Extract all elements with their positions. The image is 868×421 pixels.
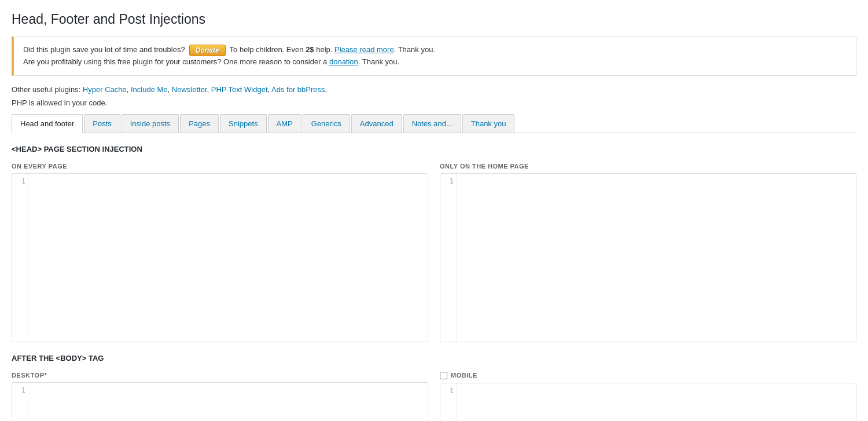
donation-link[interactable]: donation [329,57,358,66]
desktop-col: DESKTOP* 1 [12,372,428,421]
mobile-checkbox[interactable] [440,372,447,379]
php-note: PHP is allowed in your code. [12,98,856,107]
plugin-php-text-widget[interactable]: PHP Text Widget [211,85,268,94]
notice-text4: . Thank you. [394,45,435,54]
home-page-line-numbers: 1 [440,174,457,342]
notice-box: Did this plugin save you lot of time and… [12,36,856,76]
read-more-link[interactable]: Please read more [334,45,394,54]
every-page-col: ON EVERY PAGE 1 [12,163,428,342]
line-num-desktop: 1 [21,386,25,394]
every-page-textarea-wrapper: 1 [12,173,428,342]
tab-content: <HEAD> PAGE SECTION INJECTION ON EVERY P… [12,133,856,421]
head-section-columns: ON EVERY PAGE 1 ONLY ON THE HOME PAGE 1 [12,163,856,342]
plugin-newsletter[interactable]: Newsletter [172,85,207,94]
plugin-hyper-cache[interactable]: Hyper Cache [83,85,127,94]
home-page-textarea-wrapper: 1 [440,173,856,342]
after-body-title: AFTER THE <BODY> TAG [12,354,856,363]
home-page-label: ONLY ON THE HOME PAGE [440,163,856,170]
donate-button[interactable]: Donate [189,45,226,56]
mobile-col: MOBILE 1 [440,372,856,421]
mobile-label: MOBILE [451,372,477,379]
plugin-include-me[interactable]: Include Me [131,85,168,94]
tab-inside-posts[interactable]: Inside posts [122,114,179,133]
tab-posts[interactable]: Posts [84,114,120,133]
mobile-line-numbers: 1 [440,383,457,421]
tab-notes[interactable]: Notes and... [403,114,461,133]
tab-pages[interactable]: Pages [180,114,219,133]
notice-text6: . Thank you. [358,57,399,66]
tab-generics[interactable]: Generics [303,114,350,133]
mobile-label-wrapper: MOBILE [440,372,856,379]
tab-head-footer[interactable]: Head and footer [12,114,83,133]
after-body-section: AFTER THE <BODY> TAG DESKTOP* 1 MOBILE [12,354,856,421]
desktop-line-numbers: 1 [12,383,28,421]
notice-text2: To help children. Even [230,45,304,54]
notice-text1: Did this plugin save you lot of time and… [23,45,185,54]
every-page-textarea[interactable] [28,174,428,342]
every-page-line-numbers: 1 [12,174,28,342]
home-page-textarea[interactable] [457,174,856,342]
tab-amp[interactable]: AMP [268,114,301,133]
useful-plugins-label: Other useful plugins: [12,85,80,94]
page-title: Head, Footer and Post Injections [12,12,856,27]
tabs-nav: Head and footer Posts Inside posts Pages… [12,114,856,133]
home-page-col: ONLY ON THE HOME PAGE 1 [440,163,856,342]
notice-text5: Are you profitably using this free plugi… [23,57,327,66]
head-section-title: <HEAD> PAGE SECTION INJECTION [12,145,856,153]
every-page-label: ON EVERY PAGE [12,163,428,170]
useful-plugins: Other useful plugins: Hyper Cache, Inclu… [12,85,856,94]
tab-snippets[interactable]: Snippets [220,114,267,133]
line-num-1: 1 [21,177,25,185]
mobile-textarea-wrapper: 1 [440,383,856,421]
line-num-home-1: 1 [450,177,454,185]
line-num-mobile: 1 [450,387,454,395]
desktop-textarea[interactable] [28,383,428,421]
tab-thank-you[interactable]: Thank you [462,114,515,133]
notice-bold: 2$ [306,45,314,54]
after-body-columns: DESKTOP* 1 MOBILE 1 [12,372,856,421]
plugin-ads-bbpress[interactable]: Ads for bbPress [271,85,325,94]
notice-text3: help. [316,45,332,54]
desktop-textarea-wrapper: 1 [12,382,428,421]
desktop-label: DESKTOP* [12,372,428,379]
tab-advanced[interactable]: Advanced [351,114,402,133]
mobile-textarea[interactable] [457,383,856,421]
